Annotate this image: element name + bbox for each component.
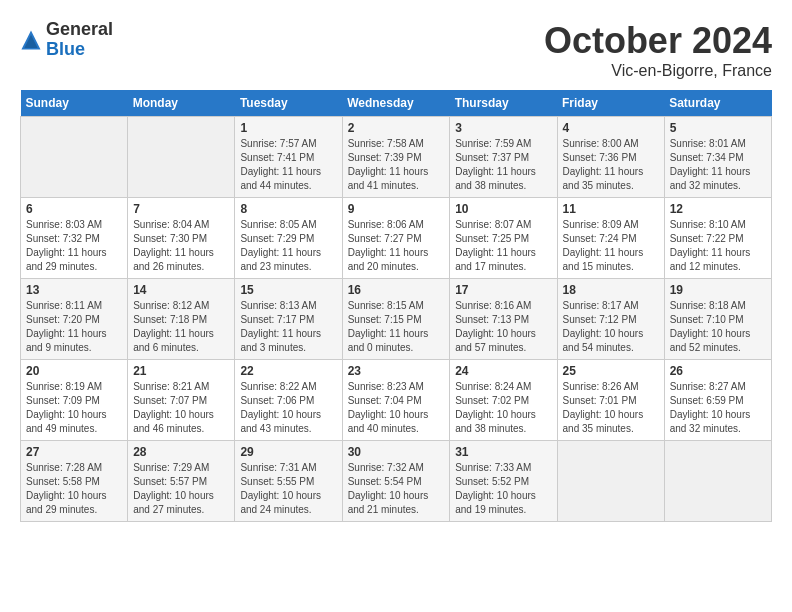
day-info: Sunrise: 8:27 AMSunset: 6:59 PMDaylight:… [670,380,766,436]
day-number: 9 [348,202,445,216]
header-cell-wednesday: Wednesday [342,90,450,117]
header-cell-tuesday: Tuesday [235,90,342,117]
day-number: 24 [455,364,551,378]
day-number: 12 [670,202,766,216]
day-cell: 3Sunrise: 7:59 AMSunset: 7:37 PMDaylight… [450,117,557,198]
day-cell [664,441,771,522]
day-number: 29 [240,445,336,459]
day-number: 13 [26,283,122,297]
logo-blue-text: Blue [46,40,113,60]
month-title: October 2024 [544,20,772,62]
day-cell: 15Sunrise: 8:13 AMSunset: 7:17 PMDayligh… [235,279,342,360]
week-row-5: 27Sunrise: 7:28 AMSunset: 5:58 PMDayligh… [21,441,772,522]
day-cell: 11Sunrise: 8:09 AMSunset: 7:24 PMDayligh… [557,198,664,279]
day-number: 25 [563,364,659,378]
header-row: SundayMondayTuesdayWednesdayThursdayFrid… [21,90,772,117]
logo: General Blue [20,20,113,60]
day-cell: 8Sunrise: 8:05 AMSunset: 7:29 PMDaylight… [235,198,342,279]
week-row-1: 1Sunrise: 7:57 AMSunset: 7:41 PMDaylight… [21,117,772,198]
calendar-header: SundayMondayTuesdayWednesdayThursdayFrid… [21,90,772,117]
day-info: Sunrise: 7:33 AMSunset: 5:52 PMDaylight:… [455,461,551,517]
day-cell: 24Sunrise: 8:24 AMSunset: 7:02 PMDayligh… [450,360,557,441]
header-cell-friday: Friday [557,90,664,117]
day-number: 15 [240,283,336,297]
day-number: 18 [563,283,659,297]
day-number: 21 [133,364,229,378]
day-info: Sunrise: 8:17 AMSunset: 7:12 PMDaylight:… [563,299,659,355]
day-info: Sunrise: 8:21 AMSunset: 7:07 PMDaylight:… [133,380,229,436]
day-info: Sunrise: 8:26 AMSunset: 7:01 PMDaylight:… [563,380,659,436]
day-cell: 9Sunrise: 8:06 AMSunset: 7:27 PMDaylight… [342,198,450,279]
day-number: 1 [240,121,336,135]
day-number: 31 [455,445,551,459]
day-cell: 14Sunrise: 8:12 AMSunset: 7:18 PMDayligh… [128,279,235,360]
day-cell [21,117,128,198]
day-info: Sunrise: 8:04 AMSunset: 7:30 PMDaylight:… [133,218,229,274]
day-cell: 22Sunrise: 8:22 AMSunset: 7:06 PMDayligh… [235,360,342,441]
day-number: 3 [455,121,551,135]
day-number: 19 [670,283,766,297]
day-cell: 26Sunrise: 8:27 AMSunset: 6:59 PMDayligh… [664,360,771,441]
day-number: 27 [26,445,122,459]
day-number: 20 [26,364,122,378]
logo-text: General Blue [46,20,113,60]
day-info: Sunrise: 7:57 AMSunset: 7:41 PMDaylight:… [240,137,336,193]
day-info: Sunrise: 7:32 AMSunset: 5:54 PMDaylight:… [348,461,445,517]
day-number: 7 [133,202,229,216]
day-cell: 6Sunrise: 8:03 AMSunset: 7:32 PMDaylight… [21,198,128,279]
day-cell: 17Sunrise: 8:16 AMSunset: 7:13 PMDayligh… [450,279,557,360]
day-number: 17 [455,283,551,297]
day-info: Sunrise: 8:13 AMSunset: 7:17 PMDaylight:… [240,299,336,355]
day-cell: 29Sunrise: 7:31 AMSunset: 5:55 PMDayligh… [235,441,342,522]
day-number: 6 [26,202,122,216]
day-number: 2 [348,121,445,135]
day-info: Sunrise: 8:05 AMSunset: 7:29 PMDaylight:… [240,218,336,274]
day-cell: 30Sunrise: 7:32 AMSunset: 5:54 PMDayligh… [342,441,450,522]
day-cell: 18Sunrise: 8:17 AMSunset: 7:12 PMDayligh… [557,279,664,360]
day-info: Sunrise: 8:07 AMSunset: 7:25 PMDaylight:… [455,218,551,274]
week-row-2: 6Sunrise: 8:03 AMSunset: 7:32 PMDaylight… [21,198,772,279]
day-number: 28 [133,445,229,459]
location-text: Vic-en-Bigorre, France [544,62,772,80]
day-cell: 1Sunrise: 7:57 AMSunset: 7:41 PMDaylight… [235,117,342,198]
day-info: Sunrise: 8:11 AMSunset: 7:20 PMDaylight:… [26,299,122,355]
header-cell-monday: Monday [128,90,235,117]
day-info: Sunrise: 8:12 AMSunset: 7:18 PMDaylight:… [133,299,229,355]
day-info: Sunrise: 7:58 AMSunset: 7:39 PMDaylight:… [348,137,445,193]
logo-general-text: General [46,20,113,40]
day-info: Sunrise: 8:03 AMSunset: 7:32 PMDaylight:… [26,218,122,274]
day-number: 16 [348,283,445,297]
day-cell: 21Sunrise: 8:21 AMSunset: 7:07 PMDayligh… [128,360,235,441]
day-cell [557,441,664,522]
day-number: 14 [133,283,229,297]
day-info: Sunrise: 7:28 AMSunset: 5:58 PMDaylight:… [26,461,122,517]
header-cell-saturday: Saturday [664,90,771,117]
day-info: Sunrise: 8:01 AMSunset: 7:34 PMDaylight:… [670,137,766,193]
day-cell: 27Sunrise: 7:28 AMSunset: 5:58 PMDayligh… [21,441,128,522]
day-cell: 25Sunrise: 8:26 AMSunset: 7:01 PMDayligh… [557,360,664,441]
calendar-table: SundayMondayTuesdayWednesdayThursdayFrid… [20,90,772,522]
day-number: 30 [348,445,445,459]
week-row-3: 13Sunrise: 8:11 AMSunset: 7:20 PMDayligh… [21,279,772,360]
day-info: Sunrise: 8:15 AMSunset: 7:15 PMDaylight:… [348,299,445,355]
day-cell: 4Sunrise: 8:00 AMSunset: 7:36 PMDaylight… [557,117,664,198]
day-number: 23 [348,364,445,378]
day-cell: 28Sunrise: 7:29 AMSunset: 5:57 PMDayligh… [128,441,235,522]
logo-icon [20,29,42,51]
day-info: Sunrise: 8:22 AMSunset: 7:06 PMDaylight:… [240,380,336,436]
day-info: Sunrise: 7:31 AMSunset: 5:55 PMDaylight:… [240,461,336,517]
day-info: Sunrise: 8:23 AMSunset: 7:04 PMDaylight:… [348,380,445,436]
day-info: Sunrise: 8:10 AMSunset: 7:22 PMDaylight:… [670,218,766,274]
header-cell-thursday: Thursday [450,90,557,117]
day-cell [128,117,235,198]
day-number: 5 [670,121,766,135]
day-cell: 31Sunrise: 7:33 AMSunset: 5:52 PMDayligh… [450,441,557,522]
week-row-4: 20Sunrise: 8:19 AMSunset: 7:09 PMDayligh… [21,360,772,441]
day-cell: 16Sunrise: 8:15 AMSunset: 7:15 PMDayligh… [342,279,450,360]
day-info: Sunrise: 7:59 AMSunset: 7:37 PMDaylight:… [455,137,551,193]
day-cell: 2Sunrise: 7:58 AMSunset: 7:39 PMDaylight… [342,117,450,198]
day-number: 11 [563,202,659,216]
day-cell: 12Sunrise: 8:10 AMSunset: 7:22 PMDayligh… [664,198,771,279]
day-info: Sunrise: 8:16 AMSunset: 7:13 PMDaylight:… [455,299,551,355]
page-header: General Blue October 2024 Vic-en-Bigorre… [20,20,772,80]
